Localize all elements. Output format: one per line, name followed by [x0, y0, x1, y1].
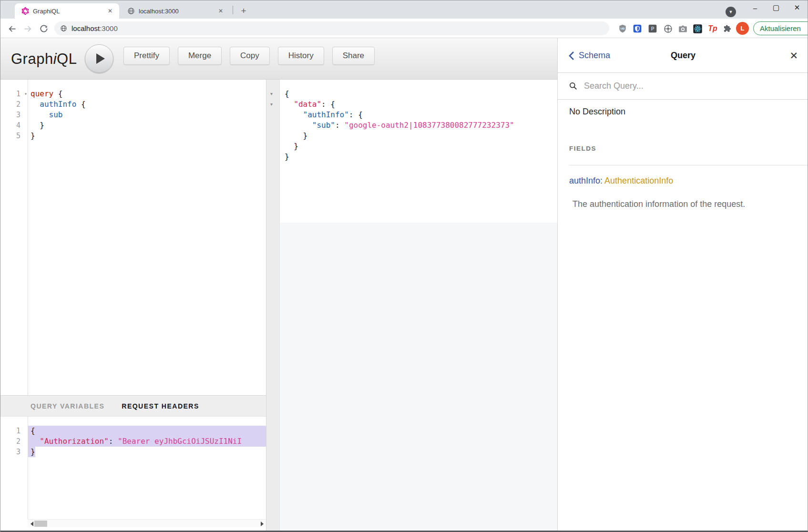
code-text: "authInfo": {	[282, 110, 557, 120]
query-editor[interactable]: 1▾query {2 authInfo {3 sub4 }5}	[0, 80, 266, 395]
extension-crosshair-icon[interactable]	[662, 22, 674, 35]
tab-close-icon[interactable]: ✕	[216, 7, 225, 15]
result-viewer-line: "authInfo": {	[282, 110, 557, 120]
result-viewer[interactable]: { "data": { "authInfo": { "sub": "google…	[280, 80, 557, 162]
extension-tampermonkey-icon[interactable]: Tp	[706, 22, 719, 35]
scroll-thumb[interactable]	[34, 521, 47, 527]
tab-query-variables[interactable]: QUERY VARIABLES	[31, 402, 104, 410]
code-text: {	[282, 89, 557, 99]
tab-close-icon[interactable]: ✕	[106, 7, 114, 15]
line-number: 2	[0, 99, 28, 110]
tab-separator	[233, 6, 233, 14]
line-number: 2	[0, 436, 28, 447]
tab-localhost[interactable]: localhost:3000 ✕	[121, 3, 230, 19]
execute-query-button[interactable]	[85, 44, 113, 73]
new-tab-button[interactable]: +	[237, 4, 250, 18]
variables-panel-titlebar: QUERY VARIABLESREQUEST HEADERS	[0, 395, 266, 417]
request-headers-editor[interactable]: 1{2 "Authorization": "Bearer eyJhbGciOiJ…	[0, 417, 266, 519]
code-text: sub	[28, 110, 266, 120]
extensions-puzzle-icon[interactable]	[721, 22, 734, 35]
fold-arrow-icon[interactable]: ▾	[266, 99, 279, 110]
doc-explorer-header: Schema Query ✕	[558, 38, 808, 73]
address-bar[interactable]: localhost:3000	[54, 21, 609, 35]
query-editor-line: 2 authInfo {	[0, 99, 266, 110]
graphiql-topbar: GraphiQL PrettifyMergeCopyHistoryShare	[0, 38, 557, 80]
field-row: authInfo: AuthenticationInfo	[569, 176, 673, 186]
fields-divider	[569, 165, 808, 165]
result-viewer-line: "data": {	[282, 99, 557, 110]
kebab-menu-icon[interactable]: ⋮	[804, 23, 808, 33]
pane-divider-fold-gutter[interactable]: ▾ ▾	[266, 80, 280, 532]
extension-p-icon[interactable]: P	[646, 22, 659, 35]
logo-part: QL	[57, 51, 77, 68]
tab-title: GraphiQL	[33, 8, 106, 15]
query-editor-line: 1▾query {	[0, 89, 266, 99]
play-icon	[96, 53, 105, 64]
line-number: 1	[0, 426, 28, 436]
tab-graphiql[interactable]: GraphiQL ✕	[15, 3, 119, 19]
profile-avatar[interactable]: L	[736, 22, 749, 35]
field-name-link[interactable]: authInfo	[569, 176, 600, 185]
svg-text:P: P	[651, 26, 655, 31]
extension-react-devtools-icon[interactable]	[691, 22, 704, 35]
forward-button[interactable]	[21, 22, 34, 35]
query-editor-line: 5}	[0, 131, 266, 141]
update-button[interactable]: Aktualisieren ⋮	[753, 21, 808, 35]
doc-explorer: Schema Query ✕ No Description FIELDS aut…	[557, 38, 808, 532]
logo-part-italic: i	[53, 51, 57, 68]
code-text: authInfo {	[28, 99, 266, 110]
line-number: 4	[0, 120, 28, 131]
toolbar-button-merge[interactable]: Merge	[178, 47, 222, 65]
fold-arrow-icon[interactable]: ▾	[24, 89, 27, 99]
doc-search-input[interactable]	[583, 81, 783, 92]
extension-bitwarden-icon[interactable]	[631, 22, 644, 35]
back-button[interactable]	[6, 22, 18, 35]
code-text: }	[28, 131, 266, 141]
tab-title: localhost:3000	[139, 8, 216, 15]
headers-editor-line: 2 "Authorization": "Bearer eyJhbGciOiJSU…	[0, 436, 266, 447]
code-text: }	[282, 131, 557, 141]
extension-udshield-icon[interactable]: UD	[616, 22, 629, 35]
query-editor-pane: 1▾query {2 authInfo {3 sub4 }5} QUERY VA…	[0, 80, 266, 532]
line-number: 3	[0, 447, 28, 457]
tab-search-button[interactable]: ▼	[726, 7, 736, 17]
result-viewer-line: }	[282, 141, 557, 152]
query-editor-line: 3 sub	[0, 110, 266, 120]
line-number: 5	[0, 131, 28, 141]
extension-camera-icon[interactable]	[676, 22, 689, 35]
line-number: 1▾	[0, 89, 28, 99]
site-info-globe-icon[interactable]	[60, 25, 67, 32]
reload-button[interactable]	[38, 22, 50, 35]
toolbar-button-history[interactable]: History	[278, 47, 324, 65]
scroll-right-button[interactable]	[258, 520, 266, 528]
tab-request-headers[interactable]: REQUEST HEADERS	[122, 402, 199, 410]
line-number: 3	[0, 110, 28, 120]
code-text: }	[282, 152, 557, 162]
field-colon: :	[600, 176, 603, 185]
graphiql-logo: GraphiQL	[11, 38, 77, 80]
toolbar-button-share[interactable]: Share	[332, 47, 375, 65]
toolbar-button-copy[interactable]: Copy	[230, 47, 270, 65]
result-viewer-line: {	[282, 89, 557, 99]
window-minimize-button[interactable]: –	[746, 0, 765, 15]
code-text: }	[28, 120, 266, 131]
window-maximize-button[interactable]: ▢	[767, 0, 786, 15]
search-icon	[569, 82, 577, 90]
result-viewer-line: }	[282, 131, 557, 141]
code-text: }	[28, 447, 35, 457]
logo-part: Graph	[11, 51, 53, 68]
field-type-link[interactable]: AuthenticationInfo	[604, 176, 673, 185]
horizontal-scrollbar[interactable]	[28, 519, 266, 527]
window-close-button[interactable]: ✕	[788, 0, 807, 15]
headers-editor-line: 1{	[0, 426, 266, 436]
globe-icon	[127, 7, 135, 15]
code-text: query {	[28, 89, 266, 99]
no-description-text: No Description	[569, 107, 625, 117]
fold-arrow-icon[interactable]: ▾	[266, 89, 279, 99]
result-pane: { "data": { "authInfo": { "sub": "google…	[280, 80, 557, 532]
fields-heading: FIELDS	[569, 145, 596, 152]
toolbar-button-prettify[interactable]: Prettify	[123, 47, 170, 65]
doc-title: Query	[558, 38, 808, 73]
update-button-label: Aktualisieren	[760, 24, 801, 32]
doc-close-button[interactable]: ✕	[789, 38, 798, 73]
